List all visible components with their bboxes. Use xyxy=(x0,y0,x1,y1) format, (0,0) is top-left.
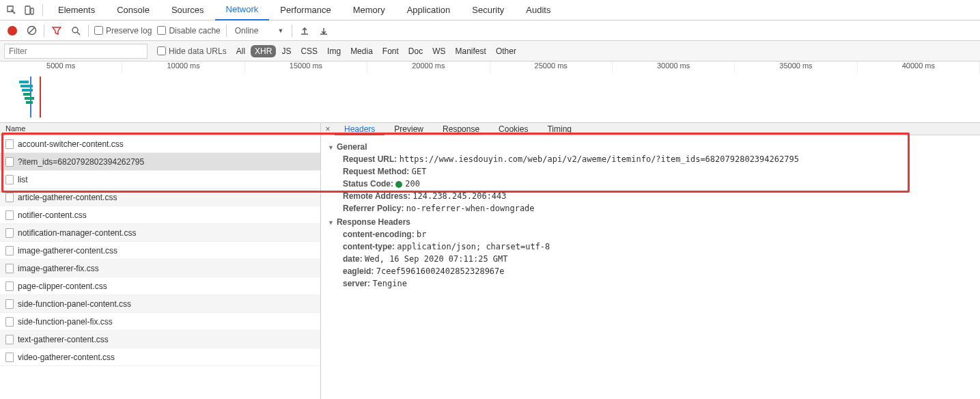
detail-tab-headers[interactable]: Headers xyxy=(335,123,384,135)
main-tab-memory[interactable]: Memory xyxy=(342,0,396,20)
filter-chip-font[interactable]: Font xyxy=(378,45,403,57)
file-icon xyxy=(5,264,14,273)
response-header-value: br xyxy=(417,230,426,239)
filter-toggle-icon[interactable] xyxy=(50,24,64,38)
response-header-key: content-encoding: xyxy=(343,230,415,239)
preserve-log-checkbox[interactable]: Preserve log xyxy=(94,26,152,36)
response-header-row: eagleid: 7ceef59616002402852328967e xyxy=(343,266,973,276)
request-name: notification-manager-content.css xyxy=(18,228,136,238)
general-section-title[interactable]: General xyxy=(328,142,973,152)
request-row[interactable]: list xyxy=(0,171,320,189)
file-icon xyxy=(5,317,14,327)
main-tab-audits[interactable]: Audits xyxy=(515,0,561,20)
file-icon xyxy=(5,228,14,238)
clear-button[interactable] xyxy=(25,24,38,38)
status-dot-icon xyxy=(395,181,402,188)
response-header-value: 7ceef59616002402852328967e xyxy=(376,266,505,276)
request-row[interactable]: video-gatherer-content.css xyxy=(0,348,320,366)
detail-tab-cookies[interactable]: Cookies xyxy=(489,123,537,135)
request-row[interactable]: side-function-panel-fix.css xyxy=(0,313,320,331)
svg-line-3 xyxy=(29,27,35,33)
main-tab-sources[interactable]: Sources xyxy=(160,0,215,20)
request-row[interactable]: image-gatherer-fix.css xyxy=(0,260,320,277)
filter-chip-media[interactable]: Media xyxy=(346,45,377,57)
request-name: account-switcher-content.css xyxy=(18,139,124,149)
devtools-main-tabs: ElementsConsoleSourcesNetworkPerformance… xyxy=(0,0,980,20)
timeline-tick: 40000 ms xyxy=(858,61,980,74)
request-row[interactable]: ?item_ids=6820792802394262795 xyxy=(0,153,320,171)
response-header-key: date: xyxy=(343,254,363,264)
response-headers-section-title[interactable]: Response Headers xyxy=(328,217,973,227)
request-list: account-switcher-content.css?item_ids=68… xyxy=(0,135,321,399)
svg-rect-0 xyxy=(25,6,30,14)
inspect-element-icon[interactable] xyxy=(3,1,20,19)
timeline-tick: 25000 ms xyxy=(490,61,613,74)
request-name: notifier-content.css xyxy=(18,210,87,220)
file-icon xyxy=(5,157,14,167)
filter-chip-doc[interactable]: Doc xyxy=(404,45,427,57)
request-name: text-gatherer-content.css xyxy=(18,335,109,344)
file-icon xyxy=(5,210,14,220)
hide-data-urls-label: Hide data URLs xyxy=(169,46,227,56)
request-row[interactable]: notification-manager-content.css xyxy=(0,224,320,242)
main-tab-performance[interactable]: Performance xyxy=(269,0,341,20)
timeline-waterfall xyxy=(14,75,48,116)
detail-tabs: × HeadersPreviewResponseCookiesTiming xyxy=(321,123,980,135)
network-timeline[interactable]: 5000 ms10000 ms15000 ms20000 ms25000 ms3… xyxy=(0,61,980,123)
detail-tab-response[interactable]: Response xyxy=(433,123,489,135)
file-icon xyxy=(5,175,14,184)
status-code-row: Status Code: 200 xyxy=(343,179,973,189)
response-header-value: Wed, 16 Sep 2020 07:11:25 GMT xyxy=(365,254,508,264)
response-header-row: server: Tengine xyxy=(343,279,973,288)
close-icon[interactable]: × xyxy=(321,124,335,134)
panel-header-row: Name × HeadersPreviewResponseCookiesTimi… xyxy=(0,123,980,135)
status-code-label: Status Code: xyxy=(343,179,393,189)
request-method-value: GET xyxy=(412,167,427,176)
filter-chip-css[interactable]: CSS xyxy=(296,45,322,57)
request-row[interactable]: page-clipper-content.css xyxy=(0,277,320,295)
request-name: page-clipper-content.css xyxy=(18,281,107,291)
search-icon[interactable] xyxy=(69,24,83,38)
request-row[interactable]: notifier-content.css xyxy=(0,206,320,224)
filter-chip-xhr[interactable]: XHR xyxy=(251,45,276,57)
request-row[interactable]: side-function-panel-content.css xyxy=(0,295,320,313)
main-tab-console[interactable]: Console xyxy=(106,0,160,20)
device-toggle-icon[interactable] xyxy=(20,1,38,19)
disable-cache-checkbox[interactable]: Disable cache xyxy=(157,26,220,36)
request-row[interactable]: text-gatherer-content.css xyxy=(0,331,320,348)
main-tab-application[interactable]: Application xyxy=(396,0,462,20)
filter-bar: Hide data URLs AllXHRJSCSSImgMediaFontDo… xyxy=(0,41,980,61)
filter-input[interactable] xyxy=(4,44,148,59)
request-method-label: Request Method: xyxy=(343,167,409,176)
chevron-down-icon: ▼ xyxy=(277,27,283,34)
request-row[interactable]: article-gatherer-content.css xyxy=(0,189,320,206)
throttle-select[interactable]: Online ▼ xyxy=(232,26,287,36)
filter-chip-manifest[interactable]: Manifest xyxy=(451,45,490,57)
filter-chip-js[interactable]: JS xyxy=(277,45,295,57)
timeline-tick: 10000 ms xyxy=(122,61,244,74)
upload-har-icon[interactable] xyxy=(298,24,311,38)
response-header-row: content-type: application/json; charset=… xyxy=(343,242,973,251)
filter-chip-all[interactable]: All xyxy=(232,45,249,57)
main-tab-security[interactable]: Security xyxy=(461,0,515,20)
filter-chip-ws[interactable]: WS xyxy=(428,45,449,57)
file-icon xyxy=(5,246,14,256)
timeline-tick: 20000 ms xyxy=(367,61,490,74)
detail-tab-preview[interactable]: Preview xyxy=(384,123,433,135)
remote-address-label: Remote Address: xyxy=(343,191,410,201)
filter-chip-other[interactable]: Other xyxy=(492,45,520,57)
remote-address-value: 124.238.245.206:443 xyxy=(412,191,506,201)
name-column-header[interactable]: Name xyxy=(0,123,321,135)
filter-chip-img[interactable]: Img xyxy=(323,45,345,57)
file-icon xyxy=(5,299,14,309)
record-button[interactable] xyxy=(5,24,19,38)
detail-tab-timing[interactable]: Timing xyxy=(537,123,581,135)
main-tab-network[interactable]: Network xyxy=(215,0,270,20)
request-row[interactable]: image-gatherer-content.css xyxy=(0,242,320,260)
network-toolbar: Preserve log Disable cache Online ▼ xyxy=(0,20,980,41)
hide-data-urls-checkbox[interactable]: Hide data URLs xyxy=(157,46,227,56)
request-row[interactable]: account-switcher-content.css xyxy=(0,135,320,153)
download-har-icon[interactable] xyxy=(317,24,331,38)
main-tab-elements[interactable]: Elements xyxy=(47,0,106,20)
request-name: article-gatherer-content.css xyxy=(18,193,117,202)
